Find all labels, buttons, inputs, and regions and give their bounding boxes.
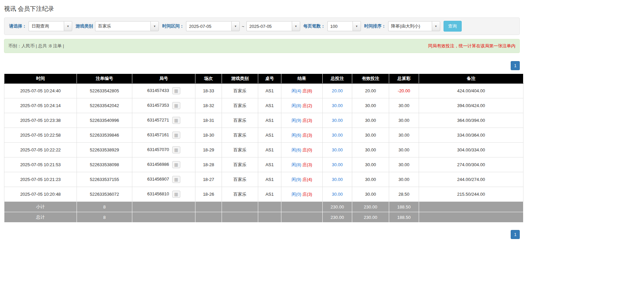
table-row: 2025-07-05 10:21:23522633537155631456907… — [4, 172, 523, 187]
column-header: 总派彩 — [389, 74, 419, 84]
cell-payout: 30.00 — [389, 98, 419, 113]
page-title: 视讯 会员下注纪录 — [4, 5, 520, 13]
content-area: 视讯 会员下注纪录 请选择： ▼ 游戏类别 ▼ 时间区间： ▼ ~ ▼ 每页笔数… — [0, 0, 520, 239]
roadmap-icon[interactable]: ▦ — [172, 87, 180, 94]
total-bet-link[interactable]: 30.00 — [332, 133, 343, 138]
summary-label: 小计 — [4, 202, 77, 212]
summary-valid-bet: 230.00 — [352, 212, 389, 223]
date-from-combo: ▼ — [186, 21, 240, 31]
summary-total-bet: 230.00 — [323, 202, 352, 212]
cell-total-bet: 30.00 — [323, 113, 352, 128]
result-banker: 庄(0) — [303, 147, 312, 152]
chevron-down-icon[interactable]: ▼ — [64, 21, 72, 31]
roadmap-icon[interactable]: ▦ — [172, 102, 180, 109]
cell-remark: 364.00/394.00 — [419, 113, 523, 128]
cell-valid-bet: 30.00 — [352, 143, 389, 157]
column-header: 备注 — [419, 74, 523, 84]
page-size-input[interactable] — [327, 21, 353, 31]
subtotal-row: 小计8230.00230.00188.50 — [4, 202, 523, 212]
roadmap-icon[interactable]: ▦ — [172, 161, 180, 168]
cell-round-id: 631456907▦ — [132, 172, 195, 187]
cell-bet-id: 522633538098 — [77, 157, 132, 172]
table-header-row: 时间注单编号局号场次游戏类别桌号结果总投注有效投注总派彩备注 — [4, 74, 523, 84]
cell-remark: 424.00/404.00 — [419, 84, 523, 98]
game-type-input[interactable] — [95, 21, 150, 31]
roadmap-icon[interactable]: ▦ — [172, 146, 180, 153]
cell-result: 闲(4) 庄(8) — [281, 84, 323, 98]
total-bet-link[interactable]: 30.00 — [332, 103, 343, 108]
column-header: 总投注 — [323, 74, 352, 84]
cell-bet-id: 522633542805 — [77, 84, 132, 98]
roadmap-icon[interactable]: ▦ — [172, 191, 180, 198]
chevron-down-icon[interactable]: ▼ — [353, 21, 361, 31]
sort-order-combo: ▼ — [388, 21, 440, 31]
total-bet-link[interactable]: 30.00 — [332, 118, 343, 123]
total-bet-link[interactable]: 30.00 — [332, 162, 343, 167]
table-footer: 小计8230.00230.00188.50总计8230.00230.00188.… — [4, 202, 523, 223]
cell-valid-bet: 30.00 — [352, 98, 389, 113]
table-row: 2025-07-05 10:24:14522633542042631457353… — [4, 98, 523, 113]
column-header: 结果 — [281, 74, 323, 84]
cell-payout: 30.00 — [389, 113, 419, 128]
valid-bet-notice-text: 同局有效投注，统一计算在该局第一张注单内 — [428, 43, 515, 49]
roadmap-icon[interactable]: ▦ — [172, 117, 180, 124]
cell-round-id: 631457271▦ — [132, 113, 195, 128]
cell-remark: 244.00/274.00 — [419, 172, 523, 187]
total-bet-link[interactable]: 30.00 — [332, 192, 343, 197]
chevron-down-icon[interactable]: ▼ — [231, 21, 240, 31]
result-player: 闲(6) — [291, 133, 301, 138]
column-header: 场次 — [195, 74, 222, 84]
cell-valid-bet: 30.00 — [352, 113, 389, 128]
total-bet-link[interactable]: 30.00 — [332, 147, 343, 152]
table-row: 2025-07-05 10:20:48522633536072631456810… — [4, 187, 523, 202]
page-number-button[interactable]: 1 — [511, 61, 520, 70]
query-type-combo: ▼ — [29, 21, 72, 31]
cell-result: 闲(8) 庄(2) — [281, 98, 323, 113]
cell-session: 18-33 — [195, 84, 222, 98]
payout-value: -20.00 — [398, 88, 410, 93]
result-player: 闲(8) — [291, 162, 301, 167]
sort-order-input[interactable] — [388, 21, 432, 31]
search-button[interactable]: 查询 — [444, 21, 462, 32]
cell-table-no: AS1 — [258, 187, 281, 202]
cell-game-type: 百家乐 — [222, 98, 258, 113]
cell-total-bet: 30.00 — [323, 128, 352, 143]
total-bet-link[interactable]: 20.00 — [332, 88, 343, 93]
select-label: 请选择： — [9, 23, 27, 29]
cell-game-type: 百家乐 — [222, 172, 258, 187]
cell-table-no: AS1 — [258, 98, 281, 113]
round-id-text: 631457271 — [147, 117, 169, 123]
cell-session: 18-27 — [195, 172, 222, 187]
table-header: 时间注单编号局号场次游戏类别桌号结果总投注有效投注总派彩备注 — [4, 74, 523, 84]
chevron-down-icon[interactable]: ▼ — [150, 21, 159, 31]
query-type-input[interactable] — [29, 21, 64, 31]
result-player: 闲(0) — [291, 192, 301, 197]
page-number-button[interactable]: 1 — [511, 230, 520, 239]
cell-round-id: 631457161▦ — [132, 128, 195, 143]
cell-valid-bet: 30.00 — [352, 128, 389, 143]
cell-payout: 30.00 — [389, 172, 419, 187]
date-to-input[interactable] — [246, 21, 292, 31]
cell-table-no: AS1 — [258, 157, 281, 172]
total-bet-link[interactable]: 30.00 — [332, 177, 343, 182]
cell-round-id: 631457070▦ — [132, 143, 195, 157]
cell-remark: 304.00/334.00 — [419, 143, 523, 157]
date-to-combo: ▼ — [246, 21, 300, 31]
sort-order-label: 时间排序： — [364, 23, 386, 29]
cell-total-bet: 30.00 — [323, 172, 352, 187]
chevron-down-icon[interactable]: ▼ — [292, 21, 300, 31]
summary-valid-bet: 230.00 — [352, 202, 389, 212]
roadmap-icon[interactable]: ▦ — [172, 176, 180, 183]
roadmap-icon[interactable]: ▦ — [172, 132, 180, 139]
page-size-label: 每页笔数： — [304, 23, 325, 29]
table-body: 2025-07-05 10:24:40522633542805631457433… — [4, 84, 523, 202]
result-banker: 庄(8) — [303, 88, 312, 93]
round-id-text: 631457353 — [147, 103, 169, 108]
chevron-down-icon[interactable]: ▼ — [432, 21, 440, 31]
cell-remark: 334.00/364.00 — [419, 128, 523, 143]
date-from-input[interactable] — [186, 21, 231, 31]
cell-result: 闲(8) 庄(3) — [281, 157, 323, 172]
cell-result: 闲(6) 庄(0) — [281, 143, 323, 157]
cell-round-id: 631457433▦ — [132, 84, 195, 98]
cell-time: 2025-07-05 10:20:48 — [4, 187, 77, 202]
